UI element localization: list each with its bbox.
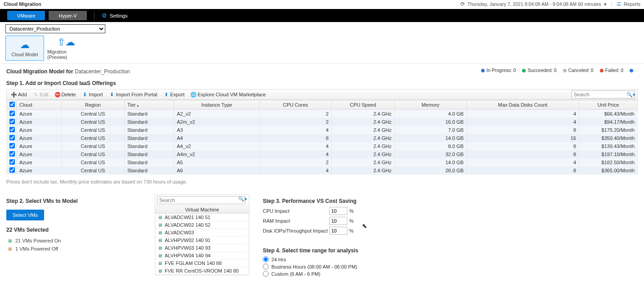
row-checkbox[interactable] xyxy=(9,167,15,173)
row-checkbox[interactable] xyxy=(9,143,15,148)
opt-business-hours[interactable]: Business Hours (08:00 AM - 06:00 PM) xyxy=(263,264,452,269)
cell-tier: Standard xyxy=(125,150,174,158)
cell-region: Central US xyxy=(62,142,125,150)
col-disks[interactable]: Max Data Disks Count xyxy=(467,100,579,110)
cell-speed: 2.4 GHz xyxy=(332,158,395,166)
opt-24hrs[interactable]: 24 Hrs xyxy=(263,256,452,262)
col-cloud[interactable]: Cloud xyxy=(17,100,62,110)
table-row[interactable]: AzureCentral USStandardA4m_v242.4 GHz32.… xyxy=(7,150,638,158)
row-checkbox[interactable] xyxy=(9,111,15,116)
row-checkbox[interactable] xyxy=(9,151,15,157)
mode-label: Migration (Preview) xyxy=(47,49,85,60)
radio-custom[interactable] xyxy=(263,271,269,277)
cell-memory: 4.0 GB xyxy=(395,110,467,118)
opt-custom[interactable]: Custom (8 AM - 6 PM) xyxy=(263,271,452,277)
col-memory[interactable]: Memory xyxy=(395,100,467,110)
export-button[interactable]: ⬆Export xyxy=(161,90,187,99)
chevron-down-icon[interactable]: ▾ xyxy=(604,1,607,7)
offerings-search-input[interactable] xyxy=(572,90,635,99)
list-item[interactable]: 🖥ALVHPVW03 140 93 xyxy=(155,244,249,252)
search-icon[interactable]: 🔍▾ xyxy=(238,196,247,204)
vm-panel: 🔍▾ Virtual Machine 🖥ALVADCW01 140 51🖥ALV… xyxy=(155,194,249,275)
radio-24hrs[interactable] xyxy=(263,256,269,262)
settings-link[interactable]: ⚙ Settings xyxy=(102,12,128,19)
import-portal-icon: ⬇ xyxy=(109,92,115,97)
cell-region: Central US xyxy=(62,126,125,134)
mode-cloud-model[interactable]: ☁ Cloud Model xyxy=(5,36,44,61)
table-row[interactable]: AzureCentral USStandardA2_v222.4 GHz4.0 … xyxy=(7,110,638,118)
vm-search-input[interactable] xyxy=(157,196,245,204)
tab-hyperv[interactable]: Hyper-V xyxy=(49,11,86,20)
table-row[interactable]: AzureCentral USStandardA2m_v222.4 GHz16.… xyxy=(7,118,638,126)
col-speed[interactable]: CPU Speed xyxy=(332,100,395,110)
import-button[interactable]: ⬇Import xyxy=(79,90,105,99)
delete-icon: ⛔ xyxy=(55,92,60,97)
cell-tier: Standard xyxy=(125,126,174,134)
cell-region: Central US xyxy=(62,166,125,175)
cell-memory: 14.0 GB xyxy=(395,158,467,166)
row-checkbox[interactable] xyxy=(9,159,15,165)
vm-column-header[interactable]: Virtual Machine xyxy=(155,206,249,214)
list-item[interactable]: 🖥FVE RR CentOS-VROOM 140 80 xyxy=(155,267,249,275)
select-vms-button[interactable]: Select VMs xyxy=(6,210,44,220)
row-checkbox[interactable] xyxy=(9,127,15,132)
list-item[interactable]: 🖥ALVHPVW04 140 94 xyxy=(155,252,249,260)
vms-selected-count: 22 VMs Selected xyxy=(6,227,141,233)
cell-tier: Standard xyxy=(125,118,174,126)
list-item[interactable]: 🖥ALVADCW03 xyxy=(155,229,249,237)
table-row[interactable]: AzureCentral USStandardA4_v242.4 GHz8.0 … xyxy=(7,142,638,150)
table-row[interactable]: AzureCentral USStandardA482.4 GHz14.0 GB… xyxy=(7,134,638,142)
row-checkbox[interactable] xyxy=(9,135,15,140)
table-row[interactable]: AzureCentral USStandardA522.4 GHz14.0 GB… xyxy=(7,158,638,166)
tab-vmware[interactable]: VMware xyxy=(7,11,45,20)
list-item[interactable]: 🖥ALVADCW01 140 51 xyxy=(155,214,249,221)
cell-cores: 2 xyxy=(260,118,332,126)
col-tier[interactable]: Tier xyxy=(125,100,174,110)
vm-list-body[interactable]: 🖥ALVADCW01 140 51🖥ALVADCW02 140 52🖥ALVAD… xyxy=(155,214,249,275)
cell-tier: Standard xyxy=(125,134,174,142)
refresh-icon[interactable] xyxy=(460,1,465,7)
datacenter-select[interactable]: Datacenter_Production xyxy=(5,24,105,33)
cell-speed: 2.4 GHz xyxy=(332,150,395,158)
reports-icon[interactable]: ☰ xyxy=(617,1,621,7)
radio-business-hours[interactable] xyxy=(263,264,269,269)
col-instance[interactable]: Instance Type xyxy=(174,100,260,110)
cell-speed: 2.4 GHz xyxy=(332,166,395,175)
cell-memory: 32.0 GB xyxy=(395,150,467,158)
col-region[interactable]: Region xyxy=(62,100,125,110)
explore-button[interactable]: 🌐Explore Cloud VM Marketplace xyxy=(188,90,269,99)
vms-powered-on: 🖥 21 VMs Powered On xyxy=(6,238,141,244)
col-price[interactable]: Unit Price xyxy=(579,100,638,110)
reports-link[interactable]: Reports xyxy=(624,1,640,7)
disk-impact-input[interactable] xyxy=(329,227,347,235)
add-button[interactable]: ➕Add xyxy=(9,90,30,99)
search-icon[interactable]: 🔍▾ xyxy=(626,92,635,98)
power-off-icon: 🖥 xyxy=(6,246,13,252)
select-all-checkbox[interactable] xyxy=(9,102,15,107)
status-inprogress: In Progress: 0 xyxy=(481,67,516,73)
cell-disks: 8 xyxy=(467,166,579,175)
list-item[interactable]: 🖥FVE FGLAM CON 140 88 xyxy=(155,260,249,267)
cell-cloud: Azure xyxy=(17,126,62,134)
table-row[interactable]: AzureCentral USStandardA642.4 GHz28.0 GB… xyxy=(7,166,638,175)
import-portal-button[interactable]: ⬇Import From Portal xyxy=(107,90,160,99)
pct-label: % xyxy=(349,208,354,214)
vm-icon: 🖥 xyxy=(158,215,162,220)
delete-button[interactable]: ⛔Delete xyxy=(52,90,79,99)
step1-title: Step 1. Add or Import Cloud IaaS Offerin… xyxy=(6,80,638,86)
list-item[interactable]: 🖥ALVHPVW02 140 91 xyxy=(155,237,249,244)
cell-instance: A4m_v2 xyxy=(174,150,260,158)
import-icon: ⬇ xyxy=(82,92,87,97)
cell-memory: 28.0 GB xyxy=(395,166,467,175)
cpu-impact-input[interactable] xyxy=(329,207,347,215)
cloud-upload-icon: ⇧☁ xyxy=(57,36,75,48)
col-cores[interactable]: CPU Cores xyxy=(260,100,332,110)
step1-toolbar: ➕Add ✎Edit ⛔Delete ⬇Import ⬇Import From … xyxy=(6,89,638,100)
time-range-text[interactable]: Thursday, January 7, 2021 8:04:08 AM - 9… xyxy=(468,1,601,7)
cell-instance: A6 xyxy=(174,166,260,175)
row-checkbox[interactable] xyxy=(9,119,15,124)
list-item[interactable]: 🖥ALVADCW02 140 52 xyxy=(155,221,249,229)
table-row[interactable]: AzureCentral USStandardA342.4 GHz7.0 GB8… xyxy=(7,126,638,134)
mode-migration[interactable]: ⇧☁ Migration (Preview) xyxy=(47,36,86,61)
ram-impact-input[interactable] xyxy=(329,217,347,225)
